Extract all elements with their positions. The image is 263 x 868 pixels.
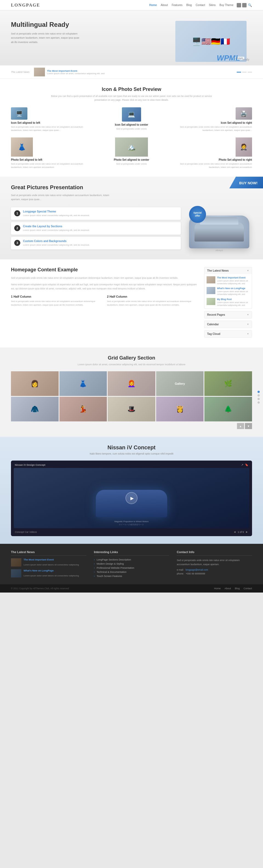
slide-dots [237, 72, 252, 72]
footer-nav-contact[interactable]: Contact [243, 587, 252, 590]
gallery-cell-3[interactable]: 👩‍🦰 [108, 371, 155, 396]
gallery-cell-2[interactable]: 👗 [59, 371, 107, 396]
gallery-title: Grid Gallery Section [11, 355, 252, 361]
gallery-subtitle: Lorem ipsum dolor sit amet, consectetur … [11, 363, 252, 366]
footer-news-title: The Latest News [11, 550, 86, 556]
video-label-bar: Nissan iV Design Concept ↗ 🔖 [14, 463, 249, 466]
photo-text-left: Sed ut perspiciatis unde omnis site natu… [11, 162, 88, 169]
footer-news-1-text: Lorem ipsum dolor amet labors sit consec… [24, 563, 79, 566]
footer-news-2-link[interactable]: What's New on LongPage [24, 569, 79, 572]
icon-img-left[interactable]: 🖥️ [11, 107, 27, 120]
widget-news-3-link[interactable]: My Blog Post [217, 298, 250, 301]
nav-about[interactable]: About [161, 4, 168, 7]
footer-link-4[interactable]: › Technical & Documentation [94, 570, 169, 574]
icon-img-right[interactable]: 🖨️ [236, 107, 252, 120]
widget-news-2: What's New on LongPage Lorem ipsum dolor… [207, 287, 250, 296]
nav-buy[interactable]: Buy Theme [220, 4, 233, 7]
nav-blog[interactable]: Blog [186, 4, 192, 7]
buy-now-badge[interactable]: BUY NOW! [229, 177, 263, 188]
video-screen[interactable]: ▶ Magnetic Propulsion to Wheel Motors ホイ… [14, 468, 249, 528]
nav-home[interactable]: Home [149, 4, 157, 7]
icon-row: 🖥️ Icon Set aligned to left Sed ut persp… [11, 107, 252, 132]
gallery-next-btn[interactable]: ▼ [245, 423, 252, 429]
icon-title-right: Icon Set aligned to right [175, 121, 252, 124]
footer-col-links: Interesting Links › LongPage Sections De… [94, 550, 169, 579]
hero-title: Multilingual Ready [11, 21, 170, 29]
photo-img-center[interactable]: 🏔️ [115, 137, 148, 157]
widget-news-1-link[interactable]: The Most Important Event [217, 276, 250, 279]
widget-recent-pages-title: Recent Pages [207, 313, 225, 316]
news-link[interactable]: The Most Important Event [47, 69, 105, 72]
widget-latest-news-body: The Most Important Event Lorem ipsum dol… [204, 274, 252, 309]
video-play-button[interactable]: ▶ [125, 492, 138, 504]
nav-features[interactable]: Features [172, 4, 182, 7]
video-next-icon[interactable]: ► [245, 530, 248, 533]
gallery-section: Grid Gallery Section Lorem ipsum dolor s… [0, 347, 263, 437]
col2-text: Sed ut perspiciatis unde omnis iste natu… [107, 300, 198, 307]
footer-link-3[interactable]: › Professional Website Presentation [94, 566, 169, 569]
footer-link-4-text: Technical & Documentation [97, 570, 126, 574]
great-item-2-title[interactable]: Create the Layout by Sections [23, 225, 90, 228]
gallery-cell-1[interactable]: 👩 [11, 371, 59, 396]
footer-email-value[interactable]: longpage@email.com [185, 568, 208, 571]
widget-tag-cloud-header[interactable]: Tag Cloud ▼ [204, 331, 252, 337]
gallery-cell-4[interactable]: Gallery [156, 371, 204, 396]
widget-latest-news-title: The Latest News [207, 269, 229, 272]
search-icon[interactable]: 🔍 [247, 3, 252, 7]
gallery-cell-6[interactable]: 🧥 [11, 397, 59, 422]
footer-link-1-text: LongPage Sections Description [97, 558, 131, 561]
photo-title-right: Photo Set aligned to right [175, 158, 252, 161]
photo-img-right[interactable]: 🤵 [236, 137, 252, 157]
photo-title-center: Photo Set aligned to center [93, 158, 170, 161]
gallery-prev-btn[interactable]: ▲ [237, 423, 244, 429]
great-item-2-text: Lorem ipsum dolor amet consectetur adipi… [23, 229, 90, 232]
special-offer-badge: Specialoffer [189, 206, 206, 223]
video-share-icon[interactable]: ↗ [241, 463, 243, 466]
footer-nav-home[interactable]: Home [214, 587, 221, 590]
great-item-1-title[interactable]: Longpage Special Theme [23, 210, 90, 213]
gallery-cell-5[interactable]: 🌿 [204, 371, 252, 396]
nav-icon-2[interactable] [242, 3, 246, 7]
footer-link-2[interactable]: › Modern Design & Styling [94, 562, 169, 565]
homepage-col2: 2 Half Column Sed ut perspiciatis unde o… [107, 295, 198, 307]
icon-title-left: Icon Set aligned to left [11, 121, 88, 124]
gallery-cell-8[interactable]: 🎩 [108, 397, 155, 422]
footer-nav-about[interactable]: About [224, 587, 231, 590]
gallery-cell-10[interactable]: 🌲 [204, 397, 252, 422]
footer-news-1-link[interactable]: The Most Important Event [24, 558, 79, 561]
gallery-cell-9[interactable]: 👸 [156, 397, 204, 422]
widget-news-2-link[interactable]: What's New on LongPage [217, 287, 250, 290]
footer-link-5[interactable]: › Touch Screen Features [94, 575, 169, 578]
gallery-nav: ▲ ▼ [11, 423, 252, 429]
footer-contact-text: Sed ut perspiciatis unde omnis iste natu… [177, 558, 252, 566]
nav-contact[interactable]: Contact [196, 4, 205, 7]
great-num-2: 2 [14, 225, 20, 231]
great-desc: Sed ut perspiciatis unde omnis iste natu… [11, 193, 115, 202]
nissan-section: Nissan iV Concept Nabi libero tempore, c… [0, 437, 263, 544]
widget-news-1-text: Lorem ipsum dolor amet labors sit consec… [217, 280, 250, 285]
photo-row: 👗 Photo Set aligned to left Sed ut persp… [11, 137, 252, 169]
great-item-3-title[interactable]: Custom Colors and Backgrounds [23, 240, 90, 243]
homepage-section: Homepage Content Example Sed ut perspici… [0, 259, 263, 348]
photo-item-center: 🏔️ Photo Set aligned to center Sed ut pe… [93, 137, 170, 169]
footer-nav-blog[interactable]: Blog [235, 587, 240, 590]
video-prev-icon[interactable]: ◄ [233, 530, 236, 533]
nav-skins[interactable]: Skins [209, 4, 215, 7]
widget-news-2-thumb [207, 287, 215, 294]
widget-latest-news-header[interactable]: The Latest News ▼ [204, 267, 252, 274]
footer-news-2-thumb [11, 569, 21, 578]
photo-img-left[interactable]: 👗 [11, 137, 33, 157]
widget-calendar-header[interactable]: Calendar ▼ [204, 321, 252, 328]
widget-recent-pages-header[interactable]: Recent Pages ▼ [204, 311, 252, 318]
gallery-cell-7[interactable]: 💃 [59, 397, 107, 422]
nav-icon-1[interactable] [237, 3, 241, 7]
icon-item-center: 💻 Icon Set aligned to center Sed ut pers… [93, 107, 170, 132]
widget-news-3-thumb [207, 298, 215, 305]
car-visual: Specialoffer Affinity/It [186, 207, 252, 251]
icon-img-center[interactable]: 💻 [122, 107, 141, 122]
great-item-1: 1 Longpage Special Theme Lorem ipsum dol… [11, 207, 181, 220]
logo: LONGPAGE [11, 3, 40, 8]
chevron-down-icon: ▼ [247, 270, 249, 272]
footer-link-1[interactable]: › LongPage Sections Description [94, 558, 169, 561]
video-bookmark-icon[interactable]: 🔖 [245, 463, 248, 466]
